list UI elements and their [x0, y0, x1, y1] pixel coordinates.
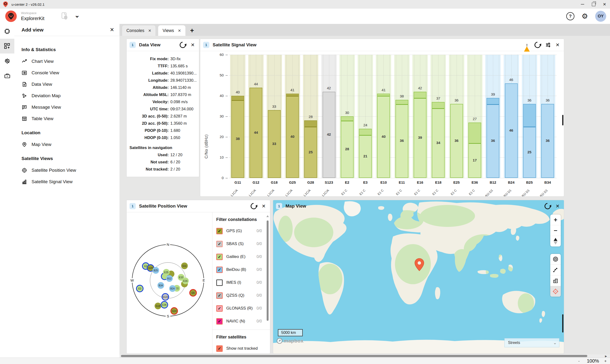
x-tick-satellite: G25 [285, 180, 300, 184]
panel-title: Map View [286, 204, 544, 209]
signal-bar-cap [487, 98, 499, 105]
close-window-button[interactable]: ✕ [599, 0, 610, 9]
settings-gear-icon[interactable]: ⚙ [582, 13, 588, 20]
filters-scrollbar[interactable] [266, 214, 269, 352]
user-avatar[interactable]: OY [595, 11, 606, 22]
sidebar-item-table-view[interactable]: Table View [14, 113, 119, 124]
target-icon [22, 168, 27, 173]
add-view-close-icon[interactable]: ✕ [110, 27, 114, 33]
workspace-chevron-down-icon[interactable]: ⌄ [75, 12, 80, 19]
sidebar-item-satellite-position-view[interactable]: Satellite Position View [14, 165, 119, 176]
x-tick-signal: L1C/A [280, 188, 293, 196]
filter-label: GLONASS (R) [226, 306, 257, 311]
refresh-icon[interactable] [250, 202, 258, 211]
close-panel-icon[interactable]: ✕ [556, 204, 560, 208]
restore-button[interactable] [588, 0, 599, 9]
horizontal-scrollbar[interactable]: ▶ [119, 354, 610, 358]
x-tick-signal: E1 C [335, 188, 348, 196]
document-icon [22, 81, 27, 87]
sidebar-item-message-view[interactable]: Message View [14, 102, 119, 113]
device-configuration-icon[interactable] [0, 53, 14, 68]
checkbox-checked[interactable]: ✓ [216, 345, 223, 352]
checkbox-checked[interactable]: ✓ [216, 241, 223, 247]
map-route-button[interactable] [550, 265, 561, 275]
close-panel-icon[interactable]: ✕ [191, 42, 195, 47]
refresh-icon[interactable] [178, 41, 187, 50]
tab-close-icon[interactable]: ✕ [178, 28, 181, 33]
tab-close-icon[interactable]: ✕ [148, 28, 151, 33]
map-buildings-button[interactable] [550, 275, 561, 286]
sidebar-item-console-view[interactable]: Console View [14, 67, 119, 78]
add-view-panel: Add view ✕ Info & StatisticsChart ViewCo… [14, 24, 120, 358]
scroll-up-arrow-icon[interactable] [266, 215, 269, 217]
tab-consoles[interactable]: Consoles ✕ [122, 25, 156, 36]
checkbox-checked[interactable]: ✓ [216, 254, 223, 260]
world-map[interactable] [273, 200, 564, 353]
filter-row-imes: IMES (I)0/0 [212, 276, 270, 289]
workspace-label: Workspace [21, 12, 44, 15]
zoom-in-button[interactable]: + [604, 359, 607, 364]
map-compass-button[interactable] [550, 236, 561, 247]
x-tick-satellite: E10 [376, 180, 391, 184]
sidebar-item-data-view[interactable]: Data View [14, 78, 119, 90]
y-tick-mark [225, 55, 228, 55]
help-button[interactable]: ? [566, 12, 574, 20]
map-crosshair-button[interactable] [550, 286, 561, 297]
signal-bar-E16 [414, 92, 426, 178]
data-row-value: 6 / 20 [169, 160, 199, 164]
panel-vertical-scrollbar[interactable] [562, 314, 563, 332]
refresh-icon[interactable] [543, 202, 552, 211]
mapbox-logo[interactable]: mapbox [277, 338, 304, 344]
checkbox-checked[interactable]: ✓ [216, 318, 223, 325]
device-chip-icon[interactable] [0, 24, 14, 39]
svg-text:G5: G5 [191, 292, 195, 294]
close-panel-icon[interactable]: ✕ [556, 42, 560, 47]
chart-settings-sliders-icon[interactable] [545, 42, 551, 48]
data-row-value: 2 / 20 [169, 167, 199, 171]
scatter-icon [22, 93, 27, 99]
sidebar-item-deviation-map[interactable]: Deviation Map [14, 90, 119, 102]
y-tick-label: 20 [214, 135, 224, 139]
minimize-button[interactable] [577, 0, 588, 9]
scrollbar-thumb[interactable] [267, 221, 269, 321]
checkbox-unchecked[interactable] [216, 279, 223, 286]
add-view-rail-button[interactable] [0, 39, 14, 53]
signal-bar-cap [305, 121, 317, 127]
refresh-icon[interactable] [533, 41, 542, 50]
sidebar-item-map-view[interactable]: Map View [14, 139, 119, 150]
map-zoom-out-button[interactable]: − [550, 225, 561, 236]
map-locate-button[interactable] [550, 254, 561, 265]
x-tick-signal: E1 C [463, 188, 476, 196]
filter-count: 0/0 [257, 306, 262, 311]
toolbox-icon[interactable] [0, 68, 14, 83]
add-tab-button[interactable]: + [190, 27, 194, 34]
tab-views[interactable]: Views ✕ [158, 25, 185, 36]
checkbox-checked[interactable]: ✓ [216, 292, 223, 299]
close-panel-icon[interactable]: ✕ [262, 204, 266, 208]
sidebar-item-satellite-signal-view[interactable]: Satellite Signal View [14, 176, 119, 187]
close-icon: ✕ [603, 2, 606, 7]
signal-bar-cap [396, 100, 408, 104]
map-style-select[interactable]: Streets ⌄ [504, 338, 559, 347]
checkbox-checked[interactable]: ✓ [216, 228, 223, 234]
x-tick-signal: B1I D1 [499, 188, 512, 196]
warning-icon[interactable]: ! [524, 42, 530, 48]
data-row-label: PDOP (0-10): [127, 128, 169, 133]
x-tick-signal: E1 C [371, 188, 384, 196]
sidebar-item-chart-view[interactable]: Chart View [14, 56, 119, 67]
scrollbar-thumb[interactable] [121, 355, 587, 357]
checkbox-checked[interactable]: ✓ [216, 305, 223, 312]
map-zoom-in-button[interactable]: + [550, 214, 561, 225]
save-workspace-icon[interactable] [61, 12, 68, 20]
filter-label: BeiDou (B) [226, 267, 257, 272]
data-row-value: 40.19081390... [169, 71, 199, 76]
left-icon-rail [0, 24, 14, 358]
zoom-out-button[interactable]: - [578, 359, 580, 364]
chevron-down-icon: ⌄ [553, 340, 557, 345]
bar-top-value: 38 [394, 94, 410, 98]
checkbox-checked[interactable]: ✓ [216, 267, 223, 273]
compass-label: S [167, 314, 169, 318]
panel-vertical-scrollbar[interactable] [562, 115, 563, 125]
workspace-block[interactable]: Workspace ExplorerKit [21, 12, 44, 21]
data-row-value: 1.3560 m [169, 121, 199, 126]
